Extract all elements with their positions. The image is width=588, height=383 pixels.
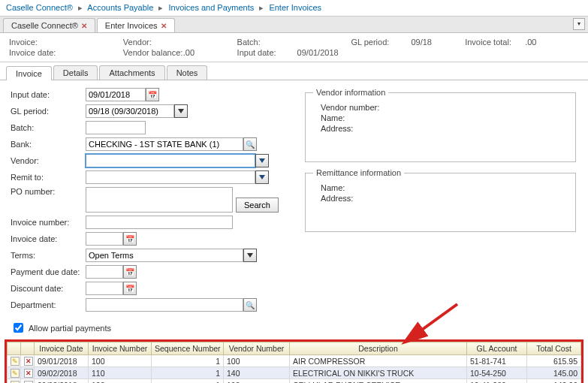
po-number-field[interactable] xyxy=(86,187,233,213)
breadcrumb-item[interactable]: Accounts Payable xyxy=(87,3,153,12)
discount-date-field[interactable] xyxy=(86,282,123,295)
cell-invoice-date: 09/01/2018 xyxy=(35,355,89,367)
allow-partial-payments-checkbox[interactable] xyxy=(14,323,23,333)
invoice-date-field[interactable] xyxy=(86,232,123,246)
calendar-icon[interactable]: 📅 xyxy=(123,232,137,246)
invoice-number-label: Invoice number: xyxy=(11,218,86,227)
binoculars-icon[interactable]: 🔍 xyxy=(243,298,257,312)
invoice-date-label: Invoice date: xyxy=(11,234,86,243)
remittance-information-group: Remittance information Name: Address: xyxy=(305,168,576,232)
cell-total-cost: 143.66 xyxy=(527,379,581,384)
input-date-field[interactable] xyxy=(86,88,146,101)
close-icon[interactable]: ✕ xyxy=(161,22,167,30)
col-edit[interactable] xyxy=(8,342,21,355)
cell-vendor-number: 140 xyxy=(224,367,290,379)
cell-gl-account: 51-81-741 xyxy=(467,355,527,367)
col-gl-account[interactable]: GL Account xyxy=(467,342,527,355)
detail-tabbar: Invoice Details Attachments Notes xyxy=(0,62,588,80)
dropdown-icon[interactable] xyxy=(243,249,257,262)
cell-invoice-number: 100 xyxy=(89,355,152,367)
tab-invoice[interactable]: Invoice xyxy=(6,66,52,80)
calendar-icon[interactable]: 📅 xyxy=(146,88,159,101)
table-row[interactable]: ✎✕09/02/20181101140ELECTRICAL ON NIKKI'S… xyxy=(8,367,581,379)
po-number-label: PO number: xyxy=(11,187,86,196)
breadcrumb-item[interactable]: Caselle Connect® xyxy=(6,3,73,12)
close-icon[interactable]: ✕ xyxy=(81,22,87,30)
tab-caselle-connect[interactable]: Caselle Connect® ✕ xyxy=(3,18,95,32)
cell-description: AIR COMPRESSOR xyxy=(290,355,467,367)
cell-invoice-date: 09/03/2018 xyxy=(35,379,89,384)
remit-to-label: Remit to: xyxy=(11,173,86,182)
invoice-grid-wrap: Invoice Date Invoice Number Sequence Num… xyxy=(5,339,583,383)
payment-due-date-label: Payment due date: xyxy=(11,267,86,276)
cell-vendor-number: 100 xyxy=(224,355,290,367)
breadcrumb-sep: ▸ xyxy=(78,3,83,12)
terms-field[interactable] xyxy=(86,249,243,262)
bank-label: Bank: xyxy=(11,140,86,149)
input-date-label: Input date: xyxy=(11,90,86,99)
breadcrumb: Caselle Connect® ▸ Accounts Payable ▸ In… xyxy=(0,0,588,17)
cell-gl-account: 10-54-250 xyxy=(467,367,527,379)
payment-due-date-field[interactable] xyxy=(86,265,123,279)
calendar-icon[interactable]: 📅 xyxy=(123,265,137,279)
gl-period-label: GL period: xyxy=(11,107,86,116)
cell-invoice-number: 120 xyxy=(89,379,152,384)
window-tabbar: Caselle Connect® ✕ Enter Invoices ✕ ▾ xyxy=(0,17,588,33)
dropdown-icon[interactable] xyxy=(255,154,269,167)
cell-gl-account: 10-41-280 xyxy=(467,379,527,384)
breadcrumb-sep: ▸ xyxy=(158,3,163,12)
dropdown-icon[interactable] xyxy=(174,104,188,118)
col-description[interactable]: Description xyxy=(290,342,467,355)
discount-date-label: Discount date: xyxy=(11,284,86,293)
binoculars-icon[interactable]: 🔍 xyxy=(243,137,257,151)
batch-label: Batch: xyxy=(11,123,86,132)
cell-total-cost: 145.00 xyxy=(527,367,581,379)
vendor-field[interactable] xyxy=(86,154,255,167)
vendor-information-group: Vendor information Vendor number: Name: … xyxy=(305,88,576,162)
invoice-grid[interactable]: Invoice Date Invoice Number Sequence Num… xyxy=(7,342,581,383)
edit-icon[interactable]: ✎ xyxy=(11,357,20,366)
bank-field[interactable] xyxy=(86,137,243,151)
invoice-number-field[interactable] xyxy=(86,216,233,229)
summary-strip: Invoice: Invoice date: Vendor: Vendor ba… xyxy=(0,33,588,62)
vendor-label: Vendor: xyxy=(11,156,86,165)
cell-total-cost: 615.95 xyxy=(527,355,581,367)
cell-description: ELECTRICAL ON NIKKI'S TRUCK xyxy=(290,367,467,379)
gl-period-field[interactable] xyxy=(86,104,174,118)
delete-icon[interactable]: ✕ xyxy=(24,369,33,378)
terms-label: Terms: xyxy=(11,251,86,260)
batch-field[interactable] xyxy=(86,121,146,134)
col-delete[interactable] xyxy=(21,342,35,355)
breadcrumb-item[interactable]: Invoices and Payments xyxy=(169,3,255,12)
table-row[interactable]: ✎✕09/01/20181001100AIR COMPRESSOR51-81-7… xyxy=(8,355,581,367)
tab-enter-invoices[interactable]: Enter Invoices ✕ xyxy=(97,18,175,32)
col-invoice-number[interactable]: Invoice Number xyxy=(89,342,152,355)
tab-details[interactable]: Details xyxy=(53,65,98,80)
cell-sequence-number: 1 xyxy=(152,355,224,367)
remit-to-field[interactable] xyxy=(86,170,255,184)
cell-sequence-number: 1 xyxy=(152,367,224,379)
cell-invoice-date: 09/02/2018 xyxy=(35,367,89,379)
table-row[interactable]: ✎✕09/03/20181201190CELLULAR PHONE SERVIC… xyxy=(8,379,581,384)
tab-notes[interactable]: Notes xyxy=(167,65,208,80)
breadcrumb-item[interactable]: Enter Invoices xyxy=(269,3,321,12)
search-button[interactable]: Search xyxy=(236,198,279,213)
department-field[interactable] xyxy=(86,298,243,312)
breadcrumb-sep: ▸ xyxy=(259,3,264,12)
calendar-icon[interactable]: 📅 xyxy=(123,282,137,295)
tabbar-dropdown-button[interactable]: ▾ xyxy=(573,18,585,30)
department-label: Department: xyxy=(11,300,86,309)
col-total-cost[interactable]: Total Cost xyxy=(527,342,581,355)
col-sequence-number[interactable]: Sequence Number xyxy=(152,342,224,355)
cell-sequence-number: 1 xyxy=(152,379,224,384)
cell-vendor-number: 190 xyxy=(224,379,290,384)
cell-invoice-number: 110 xyxy=(89,367,152,379)
edit-icon[interactable]: ✎ xyxy=(11,369,20,378)
allow-partial-payments-label: Allow partial payments xyxy=(29,324,111,333)
form-area: Input date: 📅 GL period: Batch: Bank: 🔍 … xyxy=(0,80,588,319)
col-invoice-date[interactable]: Invoice Date xyxy=(35,342,89,355)
tab-attachments[interactable]: Attachments xyxy=(99,65,164,80)
col-vendor-number[interactable]: Vendor Number xyxy=(224,342,290,355)
delete-icon[interactable]: ✕ xyxy=(24,357,33,366)
dropdown-icon[interactable] xyxy=(255,170,269,184)
